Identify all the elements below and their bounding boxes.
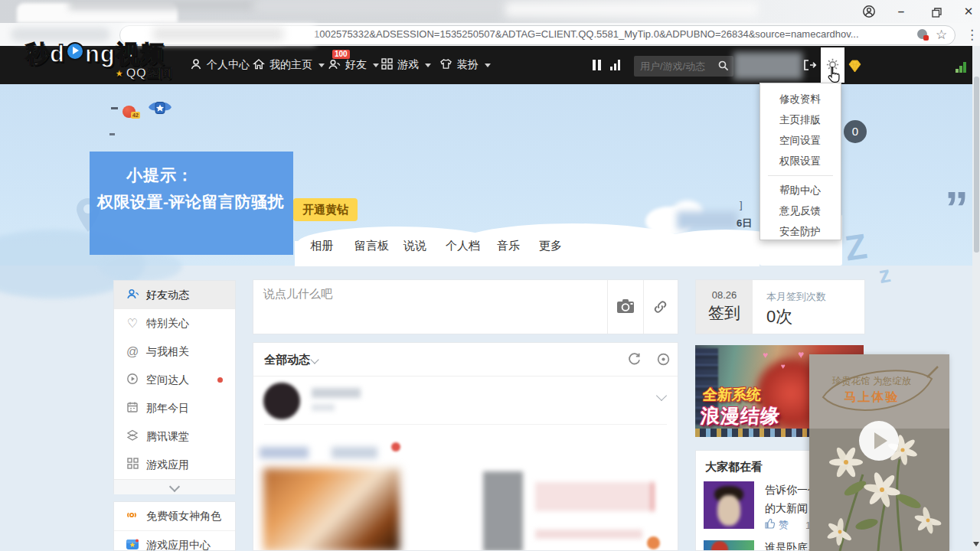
watch-section-title: 大家都在看 xyxy=(705,460,763,474)
home-icon xyxy=(253,58,265,73)
chevron-down-icon[interactable] xyxy=(310,355,318,364)
tip-text: 权限设置-评论留言防骚扰 xyxy=(97,191,284,213)
nav-label: 我的主页 xyxy=(270,58,312,72)
sidebar-item-space-stars[interactable]: 空间达人 xyxy=(114,366,235,394)
chevron-down-icon[interactable] xyxy=(656,390,667,401)
bookmark-star-icon[interactable]: ☆ xyxy=(936,27,947,43)
feed-settings-icon[interactable] xyxy=(656,352,671,370)
window-restore-button[interactable] xyxy=(928,6,945,21)
scrollbar-thumb[interactable] xyxy=(974,77,979,253)
sidebar-item-free-goddess-role[interactable]: 免费领女神角色 xyxy=(114,502,235,531)
ad-headline-1: 全新系统 xyxy=(702,385,762,405)
sidebar-item-game-apps[interactable]: 游戏应用 xyxy=(114,451,235,479)
pause-icon[interactable] xyxy=(593,60,602,70)
open-yellow-diamond-button[interactable]: 开通黄钻 xyxy=(293,198,358,221)
sidebar-label: 免费领女神角色 xyxy=(146,510,221,523)
page-scrollbar[interactable] xyxy=(972,46,980,551)
menu-divider xyxy=(768,175,833,176)
sidebar-collapse-chevron[interactable] xyxy=(114,479,235,494)
menu-item-homepage-layout[interactable]: 主页排版 xyxy=(760,109,841,130)
composer-placeholder: 说点儿什么吧 xyxy=(263,287,332,302)
sidebar-item-that-year-today[interactable]: 那年今日 xyxy=(114,394,235,422)
blurred-text-dash xyxy=(111,107,118,109)
yellow-diamond-icon[interactable] xyxy=(847,60,863,76)
sidebar-item-tencent-classroom[interactable]: 腾讯课堂 xyxy=(114,422,235,451)
post-composer[interactable]: 说点儿什么吧 xyxy=(253,279,678,334)
window-close-button[interactable]: ✕ xyxy=(960,4,977,19)
signin-card: 08.26 签到 本月签到次数 0次 xyxy=(695,279,865,334)
chrome-blur-decoration xyxy=(69,0,260,10)
like-label: 赞 xyxy=(779,518,789,532)
sidebar-label: 那年今日 xyxy=(146,402,189,416)
search-icon[interactable] xyxy=(717,60,730,75)
refresh-icon[interactable] xyxy=(627,352,642,370)
browser-menu-icon[interactable]: ⋮ xyxy=(965,27,978,43)
logout-icon[interactable] xyxy=(802,59,817,74)
quote-decoration: ” xyxy=(945,181,969,235)
tip-title: 小提示： xyxy=(126,165,194,186)
menu-item-edit-profile[interactable]: 修改资料 xyxy=(760,89,841,109)
menu-item-permission-settings[interactable]: 权限设置 xyxy=(760,151,841,171)
post-text-blurred xyxy=(260,447,309,458)
heart-decoration: ♥ xyxy=(798,348,804,360)
camera-icon[interactable] xyxy=(616,298,635,318)
post-quote-blurred xyxy=(535,482,654,511)
tab-more[interactable]: 更多 xyxy=(539,239,562,253)
address-bar-url[interactable]: 1002575332&ADSESSION=1535250507&ADTAG=CL… xyxy=(314,28,882,42)
post-timestamp-blurred xyxy=(312,404,335,411)
like-row[interactable]: 赞 1 xyxy=(765,518,811,532)
play-button[interactable] xyxy=(859,421,899,461)
blurred-text-dash xyxy=(109,133,115,135)
sidebar-item-game-app-center[interactable]: 游戏应用中心 xyxy=(114,531,235,551)
play-icon xyxy=(874,432,887,449)
chevron-down-icon xyxy=(373,64,379,67)
post-badge-blurred xyxy=(391,442,400,452)
feed-header: 全部动态 xyxy=(253,343,678,377)
tab-albums[interactable]: 相册 xyxy=(310,239,333,253)
tab-personal-file[interactable]: 个人档 xyxy=(446,239,480,253)
browser-profile-icon[interactable] xyxy=(861,5,877,20)
post-image-blurred xyxy=(263,468,400,551)
watch-item-thumbnail[interactable] xyxy=(704,481,754,529)
app-box-icon xyxy=(126,538,140,551)
date-bracket: ] xyxy=(740,199,743,210)
chevron-down-icon xyxy=(318,64,325,67)
sidebar-item-related-to-me[interactable]: @ 与我相关 xyxy=(114,337,235,366)
scrollbar-down-arrow[interactable] xyxy=(973,542,979,546)
watch-item-title[interactable]: 谁是卧底.. xyxy=(765,541,814,551)
tab-shuoshuo[interactable]: 说说 xyxy=(403,239,426,253)
qzone-search-box[interactable] xyxy=(634,56,733,77)
post-avatar-blurred[interactable] xyxy=(263,383,300,419)
tab-message-board[interactable]: 留言板 xyxy=(354,239,389,253)
settings-dropdown-menu: 修改资料 主页排版 空间设置 权限设置 帮助中心 意见反馈 安全防护 xyxy=(760,83,841,240)
watch-item-title[interactable]: 的大新闻 xyxy=(765,502,808,516)
menu-item-help-center[interactable]: 帮助中心 xyxy=(760,180,841,201)
signin-button[interactable]: 08.26 签到 xyxy=(696,280,753,334)
menu-item-space-settings[interactable]: 空间设置 xyxy=(760,130,841,151)
overlay-ad-cta[interactable]: 马上体验 xyxy=(809,390,934,406)
menu-item-feedback[interactable]: 意见反馈 xyxy=(760,201,841,221)
feed-filter-dropdown[interactable]: 全部动态 xyxy=(264,353,310,367)
menu-item-security[interactable]: 安全防护 xyxy=(760,221,841,242)
link-icon[interactable] xyxy=(652,299,668,318)
notification-count-badge[interactable]: 0 xyxy=(844,120,867,143)
sidebar-item-special-care[interactable]: ♡ 特别关心 xyxy=(114,309,235,337)
browser-nav-buttons-blurred xyxy=(11,28,110,41)
friends-count-badge: 100 xyxy=(332,50,350,59)
stats-chart-icon[interactable] xyxy=(610,58,622,70)
nav-decorate[interactable]: 装扮 xyxy=(439,57,491,73)
nav-friends[interactable]: 好友 xyxy=(328,57,379,73)
sidebar-item-friend-feeds[interactable]: 好友动态 xyxy=(114,281,235,309)
floating-video-ad[interactable]: 珍贵花馆 为您绽放 马上体验 xyxy=(809,354,949,551)
heart-decoration: ♥ xyxy=(763,350,768,360)
browser-tab-strip xyxy=(0,0,980,23)
nav-games[interactable]: 游戏 xyxy=(381,57,431,73)
search-input[interactable] xyxy=(634,56,717,77)
signin-action-label: 签到 xyxy=(696,302,753,324)
nav-my-homepage[interactable]: 我的主页 xyxy=(253,57,325,73)
sidebar-label: 好友动态 xyxy=(146,289,189,302)
nav-personal-center[interactable]: 个人中心 xyxy=(190,57,250,73)
window-minimize-button[interactable]: – xyxy=(893,4,910,19)
watch-item-thumbnail[interactable] xyxy=(704,540,754,551)
tab-music[interactable]: 音乐 xyxy=(497,239,520,253)
